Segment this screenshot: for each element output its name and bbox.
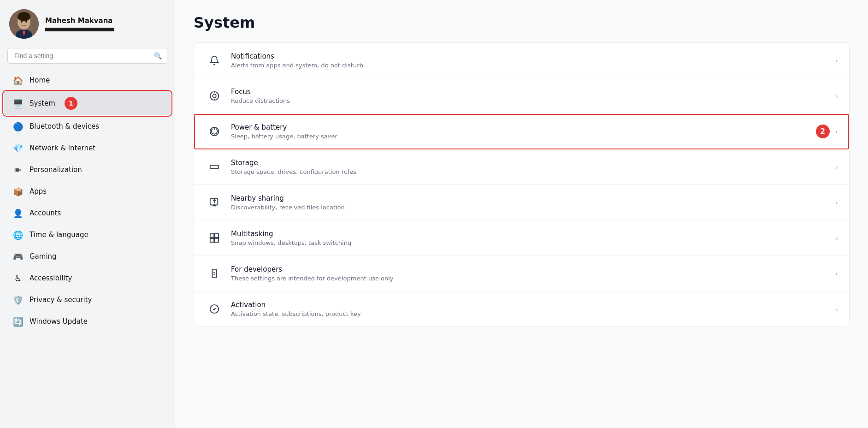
avatar xyxy=(9,9,39,39)
storage-title: Storage xyxy=(231,159,830,167)
personalization-icon: ✏️ xyxy=(13,165,23,175)
settings-item-power[interactable]: Power & batterySleep, battery usage, bat… xyxy=(194,114,849,149)
power-desc: Sleep, battery usage, battery saver xyxy=(231,133,811,140)
activation-title: Activation xyxy=(231,301,830,309)
system-badge: 1 xyxy=(65,97,77,110)
storage-chevron: › xyxy=(835,163,838,172)
search-input[interactable] xyxy=(7,48,167,64)
svg-rect-21 xyxy=(210,238,214,242)
nearby-title: Nearby sharing xyxy=(231,194,830,202)
sidebar: Mahesh Makvana 🔍 🏠Home🖥️System1🔵Bluetoot… xyxy=(0,0,175,428)
time-icon: 🌐 xyxy=(13,230,23,240)
page-title: System xyxy=(194,14,850,31)
user-status-bar xyxy=(45,28,114,31)
gaming-label: Gaming xyxy=(30,252,57,261)
notifications-icon xyxy=(205,51,224,70)
sidebar-item-accounts[interactable]: 👤Accounts xyxy=(4,202,171,224)
sidebar-item-time[interactable]: 🌐Time & language xyxy=(4,224,171,245)
gaming-icon: 🎮 xyxy=(13,251,23,262)
settings-item-activation[interactable]: ActivationActivation state, subscription… xyxy=(194,291,849,327)
settings-item-multitasking[interactable]: MultitaskingSnap windows, desktops, task… xyxy=(194,220,849,256)
settings-item-focus[interactable]: FocusReduce distractions› xyxy=(194,78,849,114)
settings-item-storage[interactable]: StorageStorage space, drives, configurat… xyxy=(194,149,849,185)
nearby-icon xyxy=(205,193,224,212)
svg-point-3 xyxy=(21,21,23,23)
nearby-chevron: › xyxy=(835,198,838,207)
settings-list: NotificationsAlerts from apps and system… xyxy=(194,42,850,327)
system-label: System xyxy=(30,99,55,107)
network-label: Network & internet xyxy=(30,144,95,152)
apps-label: Apps xyxy=(30,187,47,196)
sidebar-item-accessibility[interactable]: ♿Accessibility xyxy=(4,268,171,289)
user-info: Mahesh Makvana xyxy=(45,17,114,31)
storage-text: StorageStorage space, drives, configurat… xyxy=(231,159,830,175)
accounts-icon: 👤 xyxy=(13,208,23,218)
update-label: Windows Update xyxy=(30,317,88,326)
settings-item-developers[interactable]: For developersThese settings are intende… xyxy=(194,256,849,291)
multitasking-title: Multitasking xyxy=(231,230,830,238)
nearby-desc: Discoverability, received files location xyxy=(231,204,830,211)
sidebar-item-privacy[interactable]: 🛡️Privacy & security xyxy=(4,289,171,310)
activation-desc: Activation state, subscriptions, product… xyxy=(231,310,830,317)
sidebar-item-gaming[interactable]: 🎮Gaming xyxy=(4,246,171,267)
home-label: Home xyxy=(30,76,50,84)
focus-text: FocusReduce distractions xyxy=(231,88,830,104)
settings-item-notifications[interactable]: NotificationsAlerts from apps and system… xyxy=(194,43,849,78)
activation-text: ActivationActivation state, subscription… xyxy=(231,301,830,317)
developers-title: For developers xyxy=(231,265,830,273)
focus-title: Focus xyxy=(231,88,830,96)
developers-chevron: › xyxy=(835,269,838,278)
storage-icon xyxy=(205,158,224,176)
sidebar-item-system[interactable]: 🖥️System1 xyxy=(4,91,171,115)
time-label: Time & language xyxy=(30,231,89,239)
storage-desc: Storage space, drives, configuration rul… xyxy=(231,168,830,175)
nav-list: 🏠Home🖥️System1🔵Bluetooth & devices💎Netwo… xyxy=(0,69,175,333)
notifications-desc: Alerts from apps and system, do not dist… xyxy=(231,62,830,69)
notifications-text: NotificationsAlerts from apps and system… xyxy=(231,52,830,69)
developers-icon xyxy=(205,264,224,283)
svg-rect-23 xyxy=(212,269,216,278)
user-name: Mahesh Makvana xyxy=(45,17,114,25)
focus-icon xyxy=(205,87,224,105)
svg-rect-20 xyxy=(215,234,218,238)
activation-chevron: › xyxy=(835,305,838,314)
focus-desc: Reduce distractions xyxy=(231,97,830,104)
power-badge: 2 xyxy=(816,125,830,138)
power-icon xyxy=(205,122,224,141)
developers-desc: These settings are intended for developm… xyxy=(231,275,830,282)
multitasking-text: MultitaskingSnap windows, desktops, task… xyxy=(231,230,830,246)
svg-rect-22 xyxy=(215,238,218,242)
apps-icon: 📦 xyxy=(13,186,23,196)
svg-point-7 xyxy=(210,92,218,100)
sidebar-item-bluetooth[interactable]: 🔵Bluetooth & devices xyxy=(4,116,171,137)
multitasking-icon xyxy=(205,229,224,247)
developers-text: For developersThese settings are intende… xyxy=(231,265,830,282)
bluetooth-label: Bluetooth & devices xyxy=(30,122,99,131)
activation-icon xyxy=(205,300,224,318)
accessibility-label: Accessibility xyxy=(30,274,72,282)
power-text: Power & batterySleep, battery usage, bat… xyxy=(231,123,811,140)
settings-item-nearby[interactable]: Nearby sharingDiscoverability, received … xyxy=(194,185,849,220)
sidebar-item-apps[interactable]: 📦Apps xyxy=(4,181,171,202)
sidebar-item-home[interactable]: 🏠Home xyxy=(4,70,171,91)
notifications-title: Notifications xyxy=(231,52,830,60)
personalization-label: Personalization xyxy=(30,166,82,174)
svg-point-2 xyxy=(18,12,30,21)
sidebar-item-personalization[interactable]: ✏️Personalization xyxy=(4,159,171,180)
notifications-chevron: › xyxy=(835,56,838,65)
svg-point-4 xyxy=(25,21,27,23)
svg-point-8 xyxy=(213,94,216,97)
nearby-text: Nearby sharingDiscoverability, received … xyxy=(231,194,830,211)
svg-rect-19 xyxy=(210,234,214,238)
update-icon: 🔄 xyxy=(13,316,23,327)
sidebar-item-update[interactable]: 🔄Windows Update xyxy=(4,311,171,332)
search-box: 🔍 xyxy=(7,48,167,64)
power-title: Power & battery xyxy=(231,123,811,131)
main-content: System NotificationsAlerts from apps and… xyxy=(175,0,868,428)
privacy-label: Privacy & security xyxy=(30,296,92,304)
sidebar-item-network[interactable]: 💎Network & internet xyxy=(4,137,171,159)
multitasking-desc: Snap windows, desktops, task switching xyxy=(231,239,830,246)
focus-chevron: › xyxy=(835,92,838,101)
svg-rect-15 xyxy=(210,165,218,168)
home-icon: 🏠 xyxy=(13,75,23,85)
